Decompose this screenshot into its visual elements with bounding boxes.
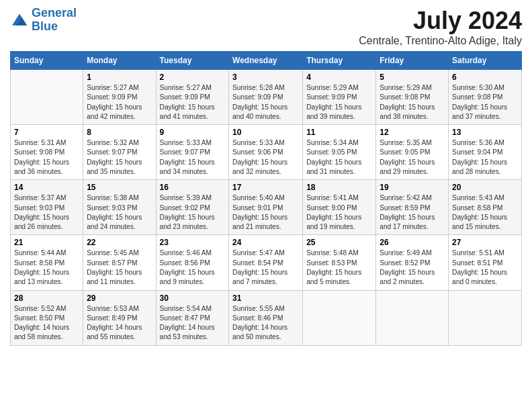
day-number: 14: [14, 183, 79, 192]
calendar-cell: 31Sunrise: 5:55 AM Sunset: 8:46 PM Dayli…: [229, 290, 303, 345]
day-info: Sunrise: 5:28 AM Sunset: 9:09 PM Dayligh…: [232, 83, 299, 122]
weekday-header-tuesday: Tuesday: [156, 52, 229, 70]
calendar-cell: 21Sunrise: 5:44 AM Sunset: 8:58 PM Dayli…: [11, 235, 83, 290]
day-info: Sunrise: 5:29 AM Sunset: 9:09 PM Dayligh…: [306, 83, 372, 122]
calendar-cell: 18Sunrise: 5:41 AM Sunset: 9:00 PM Dayli…: [303, 180, 376, 235]
calendar-cell: 11Sunrise: 5:34 AM Sunset: 9:05 PM Dayli…: [303, 125, 376, 180]
page-header: General Blue July 2024 Centrale, Trentin…: [10, 7, 522, 47]
location-title: Centrale, Trentino-Alto Adige, Italy: [359, 35, 522, 47]
day-info: Sunrise: 5:47 AM Sunset: 8:54 PM Dayligh…: [232, 248, 299, 287]
day-number: 31: [232, 293, 299, 303]
day-info: Sunrise: 5:42 AM Sunset: 8:59 PM Dayligh…: [380, 193, 445, 232]
day-info: Sunrise: 5:55 AM Sunset: 8:46 PM Dayligh…: [232, 304, 299, 342]
calendar-cell: [376, 290, 449, 345]
calendar-cell: 24Sunrise: 5:47 AM Sunset: 8:54 PM Dayli…: [229, 235, 303, 290]
weekday-header-wednesday: Wednesday: [229, 52, 303, 70]
calendar-cell: 23Sunrise: 5:46 AM Sunset: 8:56 PM Dayli…: [156, 235, 229, 290]
day-number: 11: [306, 128, 372, 137]
calendar-cell: 17Sunrise: 5:40 AM Sunset: 9:01 PM Dayli…: [229, 180, 303, 235]
day-number: 28: [14, 293, 79, 303]
day-info: Sunrise: 5:45 AM Sunset: 8:57 PM Dayligh…: [87, 248, 152, 287]
calendar-week-row: 7Sunrise: 5:31 AM Sunset: 9:08 PM Daylig…: [11, 125, 522, 180]
weekday-header-monday: Monday: [83, 52, 156, 70]
month-title: July 2024: [359, 7, 522, 35]
day-info: Sunrise: 5:51 AM Sunset: 8:51 PM Dayligh…: [452, 248, 518, 287]
calendar-cell: 8Sunrise: 5:32 AM Sunset: 9:07 PM Daylig…: [83, 125, 156, 180]
day-info: Sunrise: 5:49 AM Sunset: 8:52 PM Dayligh…: [380, 248, 445, 287]
day-number: 21: [14, 238, 79, 247]
calendar-cell: 20Sunrise: 5:43 AM Sunset: 8:58 PM Dayli…: [449, 180, 522, 235]
day-number: 25: [306, 238, 372, 247]
day-info: Sunrise: 5:36 AM Sunset: 9:04 PM Dayligh…: [452, 138, 518, 177]
day-info: Sunrise: 5:53 AM Sunset: 8:49 PM Dayligh…: [87, 304, 152, 342]
day-number: 24: [232, 238, 299, 247]
day-info: Sunrise: 5:33 AM Sunset: 9:07 PM Dayligh…: [160, 138, 226, 177]
day-info: Sunrise: 5:52 AM Sunset: 8:50 PM Dayligh…: [14, 304, 79, 342]
day-number: 15: [87, 183, 152, 192]
day-number: 1: [87, 73, 152, 82]
logo-line1: General: [32, 6, 77, 19]
calendar-cell: 30Sunrise: 5:54 AM Sunset: 8:47 PM Dayli…: [156, 290, 229, 345]
day-number: 6: [452, 73, 518, 82]
calendar-cell: 22Sunrise: 5:45 AM Sunset: 8:57 PM Dayli…: [83, 235, 156, 290]
calendar-week-row: 28Sunrise: 5:52 AM Sunset: 8:50 PM Dayli…: [11, 290, 522, 345]
calendar-cell: 14Sunrise: 5:37 AM Sunset: 9:03 PM Dayli…: [11, 180, 83, 235]
day-number: 23: [160, 238, 226, 247]
day-number: 8: [87, 128, 152, 137]
day-info: Sunrise: 5:41 AM Sunset: 9:00 PM Dayligh…: [306, 193, 372, 232]
calendar-cell: 10Sunrise: 5:33 AM Sunset: 9:06 PM Dayli…: [229, 125, 303, 180]
day-info: Sunrise: 5:32 AM Sunset: 9:07 PM Dayligh…: [87, 138, 152, 177]
weekday-header-saturday: Saturday: [449, 52, 522, 70]
day-number: 12: [380, 128, 445, 137]
day-number: 29: [87, 293, 152, 303]
day-info: Sunrise: 5:27 AM Sunset: 9:09 PM Dayligh…: [87, 83, 152, 122]
calendar-cell: 16Sunrise: 5:39 AM Sunset: 9:02 PM Dayli…: [156, 180, 229, 235]
weekday-header-friday: Friday: [376, 52, 449, 70]
calendar-cell: 12Sunrise: 5:35 AM Sunset: 9:05 PM Dayli…: [376, 125, 449, 180]
calendar-cell: 2Sunrise: 5:27 AM Sunset: 9:09 PM Daylig…: [156, 70, 229, 125]
day-number: 7: [14, 128, 79, 137]
logo-icon: [10, 13, 29, 28]
day-number: 30: [160, 293, 226, 303]
day-number: 4: [306, 73, 372, 82]
calendar-cell: [11, 70, 83, 125]
calendar-cell: 19Sunrise: 5:42 AM Sunset: 8:59 PM Dayli…: [376, 180, 449, 235]
day-number: 16: [160, 183, 226, 192]
day-info: Sunrise: 5:34 AM Sunset: 9:05 PM Dayligh…: [306, 138, 372, 177]
day-number: 9: [160, 128, 226, 137]
day-number: 19: [380, 183, 445, 192]
calendar-cell: [303, 290, 376, 345]
calendar-cell: 28Sunrise: 5:52 AM Sunset: 8:50 PM Dayli…: [11, 290, 83, 345]
calendar-cell: 27Sunrise: 5:51 AM Sunset: 8:51 PM Dayli…: [449, 235, 522, 290]
calendar-cell: 29Sunrise: 5:53 AM Sunset: 8:49 PM Dayli…: [83, 290, 156, 345]
day-info: Sunrise: 5:38 AM Sunset: 9:03 PM Dayligh…: [87, 193, 152, 232]
logo-line2: Blue: [32, 19, 58, 33]
day-info: Sunrise: 5:27 AM Sunset: 9:09 PM Dayligh…: [160, 83, 226, 122]
calendar-table: SundayMondayTuesdayWednesdayThursdayFrid…: [10, 51, 522, 346]
day-info: Sunrise: 5:31 AM Sunset: 9:08 PM Dayligh…: [14, 138, 79, 177]
calendar-cell: 3Sunrise: 5:28 AM Sunset: 9:09 PM Daylig…: [229, 70, 303, 125]
calendar-cell: 6Sunrise: 5:30 AM Sunset: 9:08 PM Daylig…: [449, 70, 522, 125]
day-info: Sunrise: 5:43 AM Sunset: 8:58 PM Dayligh…: [452, 193, 518, 232]
weekday-header-thursday: Thursday: [303, 52, 376, 70]
day-info: Sunrise: 5:44 AM Sunset: 8:58 PM Dayligh…: [14, 248, 79, 287]
calendar-week-row: 14Sunrise: 5:37 AM Sunset: 9:03 PM Dayli…: [11, 180, 522, 235]
day-info: Sunrise: 5:37 AM Sunset: 9:03 PM Dayligh…: [14, 193, 79, 232]
day-info: Sunrise: 5:40 AM Sunset: 9:01 PM Dayligh…: [232, 193, 299, 232]
calendar-cell: 5Sunrise: 5:29 AM Sunset: 9:08 PM Daylig…: [376, 70, 449, 125]
day-number: 17: [232, 183, 299, 192]
day-number: 2: [160, 73, 226, 82]
day-number: 13: [452, 128, 518, 137]
day-number: 20: [452, 183, 518, 192]
calendar-cell: 25Sunrise: 5:48 AM Sunset: 8:53 PM Dayli…: [303, 235, 376, 290]
logo-text: General Blue: [32, 7, 77, 34]
day-number: 3: [232, 73, 299, 82]
day-number: 10: [232, 128, 299, 137]
calendar-week-row: 1Sunrise: 5:27 AM Sunset: 9:09 PM Daylig…: [11, 70, 522, 125]
calendar-week-row: 21Sunrise: 5:44 AM Sunset: 8:58 PM Dayli…: [11, 235, 522, 290]
day-info: Sunrise: 5:48 AM Sunset: 8:53 PM Dayligh…: [306, 248, 372, 287]
day-number: 5: [380, 73, 445, 82]
day-info: Sunrise: 5:35 AM Sunset: 9:05 PM Dayligh…: [380, 138, 445, 177]
title-area: July 2024 Centrale, Trentino-Alto Adige,…: [359, 7, 522, 47]
day-info: Sunrise: 5:54 AM Sunset: 8:47 PM Dayligh…: [160, 304, 226, 342]
